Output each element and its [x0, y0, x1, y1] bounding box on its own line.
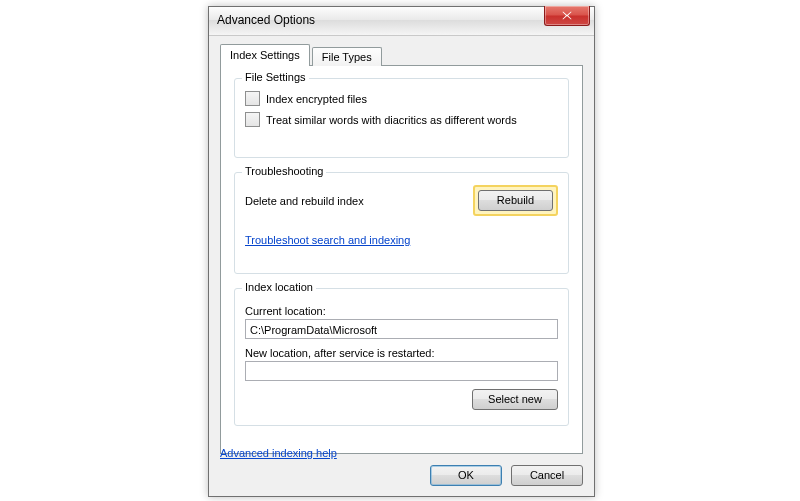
select-new-button[interactable]: Select new: [472, 389, 558, 410]
option-index-encrypted[interactable]: Index encrypted files: [245, 91, 558, 106]
group-index-location: Index location Current location: C:\Prog…: [234, 288, 569, 426]
group-file-settings: File Settings Index encrypted files Trea…: [234, 78, 569, 158]
ok-button[interactable]: OK: [430, 465, 502, 486]
current-location-label: Current location:: [245, 305, 558, 317]
close-button[interactable]: [544, 6, 590, 26]
close-icon: [562, 11, 572, 20]
rebuild-button[interactable]: Rebuild: [478, 190, 553, 211]
checkbox-icon: [245, 91, 260, 106]
option-index-encrypted-label: Index encrypted files: [266, 93, 367, 105]
option-diacritics[interactable]: Treat similar words with diacritics as d…: [245, 112, 558, 127]
dialog-footer: Advanced indexing help OK Cancel: [220, 443, 583, 486]
cancel-button[interactable]: Cancel: [511, 465, 583, 486]
rebuild-highlight: Rebuild: [473, 185, 558, 216]
dialog-body: Index Settings File Types File Settings …: [209, 35, 594, 496]
tab-panel-index-settings: File Settings Index encrypted files Trea…: [220, 65, 583, 454]
checkbox-icon: [245, 112, 260, 127]
troubleshoot-link[interactable]: Troubleshoot search and indexing: [245, 234, 410, 246]
group-file-settings-legend: File Settings: [242, 71, 309, 83]
current-location-field: C:\ProgramData\Microsoft: [245, 319, 558, 339]
group-troubleshooting: Troubleshooting Delete and rebuild index…: [234, 172, 569, 274]
delete-rebuild-label: Delete and rebuild index: [245, 195, 364, 207]
new-location-label: New location, after service is restarted…: [245, 347, 558, 359]
tab-index-settings[interactable]: Index Settings: [220, 44, 310, 66]
tab-strip: Index Settings File Types: [220, 44, 583, 65]
tab-file-types[interactable]: File Types: [312, 47, 382, 66]
group-troubleshooting-legend: Troubleshooting: [242, 165, 326, 177]
new-location-input[interactable]: [245, 361, 558, 381]
option-diacritics-label: Treat similar words with diacritics as d…: [266, 114, 517, 126]
window-title: Advanced Options: [217, 13, 315, 27]
advanced-options-dialog: Advanced Options Index Settings File Typ…: [208, 6, 595, 497]
advanced-indexing-help-link[interactable]: Advanced indexing help: [220, 447, 337, 459]
group-index-location-legend: Index location: [242, 281, 316, 293]
title-bar: Advanced Options: [209, 7, 594, 36]
